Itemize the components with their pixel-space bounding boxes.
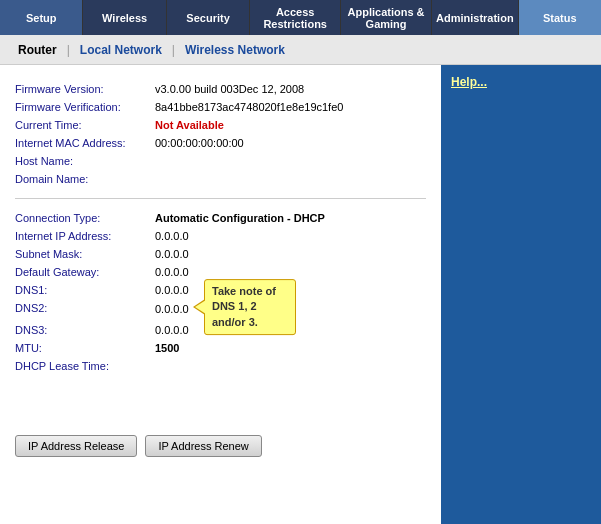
section-divider: [15, 198, 426, 199]
dns2-row: DNS2: 0.0.0.0 Take note of DNS 1, 2 and/…: [15, 299, 426, 321]
host-name-value: [155, 152, 426, 170]
right-sidebar: Help...: [441, 65, 601, 524]
dhcp-lease-row: DHCP Lease Time:: [15, 357, 426, 375]
nav-access-restrictions[interactable]: Access Restrictions: [250, 0, 341, 35]
dhcp-lease-value: [155, 357, 426, 375]
firmware-info-table: Firmware Version: v3.0.00 build 003Dec 1…: [15, 80, 426, 188]
firmware-version-label: Firmware Version:: [15, 80, 155, 98]
help-link[interactable]: Help...: [451, 75, 487, 89]
dns2-value: 0.0.0.0: [155, 303, 189, 315]
subnav-sep-2: |: [170, 43, 177, 57]
mtu-row: MTU: 1500: [15, 339, 426, 357]
internet-ip-value: 0.0.0.0: [155, 227, 426, 245]
subnet-mask-value: 0.0.0.0: [155, 245, 426, 263]
nav-status[interactable]: Status: [519, 0, 601, 35]
content-area: Firmware Version: v3.0.00 build 003Dec 1…: [0, 65, 441, 524]
ip-release-button[interactable]: IP Address Release: [15, 435, 137, 457]
domain-name-value: [155, 170, 426, 188]
subnav-router[interactable]: Router: [10, 43, 65, 57]
dns-callout: Take note of DNS 1, 2 and/or 3.: [204, 279, 296, 335]
dhcp-lease-label: DHCP Lease Time:: [15, 357, 155, 375]
current-time-row: Current Time: Not Available: [15, 116, 426, 134]
dns2-label: DNS2:: [15, 299, 155, 321]
dns1-label: DNS1:: [15, 281, 155, 299]
nav-applications-gaming[interactable]: Applications & Gaming: [341, 0, 432, 35]
internet-ip-label: Internet IP Address:: [15, 227, 155, 245]
internet-mac-label: Internet MAC Address:: [15, 134, 155, 152]
domain-name-label: Domain Name:: [15, 170, 155, 188]
connection-type-row: Connection Type: Automatic Configuration…: [15, 209, 426, 227]
subnav-sep-1: |: [65, 43, 72, 57]
host-name-row: Host Name:: [15, 152, 426, 170]
internet-mac-row: Internet MAC Address: 00:00:00:00:00:00: [15, 134, 426, 152]
mtu-value: 1500: [155, 339, 426, 357]
firmware-verification-row: Firmware Verification: 8a41bbe8173ac4748…: [15, 98, 426, 116]
nav-setup[interactable]: Setup: [0, 0, 83, 35]
host-name-label: Host Name:: [15, 152, 155, 170]
nav-wireless[interactable]: Wireless: [83, 0, 166, 35]
subnet-mask-label: Subnet Mask:: [15, 245, 155, 263]
firmware-verification-label: Firmware Verification:: [15, 98, 155, 116]
connection-type-label: Connection Type:: [15, 209, 155, 227]
internet-ip-row: Internet IP Address: 0.0.0.0: [15, 227, 426, 245]
top-nav: Setup Wireless Security Access Restricti…: [0, 0, 601, 35]
firmware-verification-value: 8a41bbe8173ac4748020f1e8e19c1fe0: [155, 98, 426, 116]
connection-type-value: Automatic Configuration - DHCP: [155, 209, 426, 227]
subnet-mask-row: Subnet Mask: 0.0.0.0: [15, 245, 426, 263]
sub-nav: Router | Local Network | Wireless Networ…: [0, 35, 601, 65]
connection-info-table: Connection Type: Automatic Configuration…: [15, 209, 426, 375]
subnav-wireless-network[interactable]: Wireless Network: [177, 43, 293, 57]
nav-security[interactable]: Security: [167, 0, 250, 35]
nav-administration[interactable]: Administration: [432, 0, 519, 35]
firmware-version-row: Firmware Version: v3.0.00 build 003Dec 1…: [15, 80, 426, 98]
current-time-label: Current Time:: [15, 116, 155, 134]
firmware-version-value: v3.0.00 build 003Dec 12, 2008: [155, 80, 426, 98]
domain-name-row: Domain Name:: [15, 170, 426, 188]
default-gateway-label: Default Gateway:: [15, 263, 155, 281]
mtu-label: MTU:: [15, 339, 155, 357]
current-time-value: Not Available: [155, 116, 426, 134]
internet-mac-value: 00:00:00:00:00:00: [155, 134, 426, 152]
bottom-buttons: IP Address Release IP Address Renew: [15, 435, 426, 457]
subnav-local-network[interactable]: Local Network: [72, 43, 170, 57]
ip-renew-button[interactable]: IP Address Renew: [145, 435, 261, 457]
main-container: Firmware Version: v3.0.00 build 003Dec 1…: [0, 65, 601, 524]
dns3-label: DNS3:: [15, 321, 155, 339]
